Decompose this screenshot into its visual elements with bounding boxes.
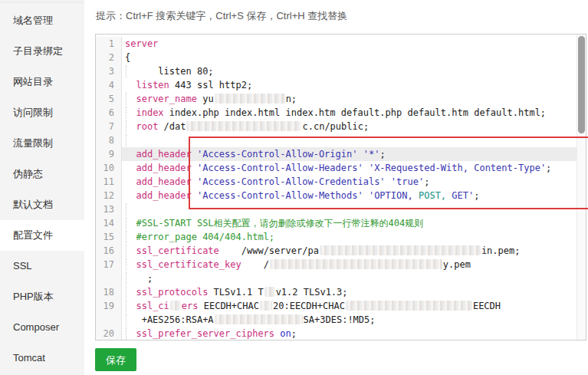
sidebar-item-流量限制[interactable]: 流量限制 — [0, 128, 84, 159]
indent-guide — [126, 245, 126, 257]
config-code-editor[interactable]: 1server2{3 listen 80;4 listen 443 ssl ht… — [95, 34, 586, 340]
redacted-blur — [270, 259, 442, 269]
line-number: 11 — [96, 175, 122, 189]
indent-guide — [126, 134, 126, 146]
code-text: server — [122, 37, 577, 51]
line-number: 10 — [96, 161, 122, 175]
code-text: ; — [122, 271, 577, 285]
code-line-6[interactable]: 6 index index.php index.html index.htm d… — [96, 106, 577, 120]
code-line-wrap[interactable]: +AES256:RSA+ASA+3DES:!MD5; — [96, 313, 577, 327]
code-text — [122, 202, 577, 216]
code-line-19[interactable]: 19 ssl_ciers EECDH+CHAC20:EECDH+CHACEECD… — [96, 299, 577, 313]
code-text: ssl_protocols TLSv1.1 Tv1.2 TLSv1.3; — [122, 285, 577, 299]
code-line-15[interactable]: 15 #error_page 404/404.html; — [96, 230, 577, 244]
line-number — [96, 271, 122, 285]
code-line-wrap[interactable]: ; — [96, 271, 577, 285]
code-line-12[interactable]: 12 add_header 'Access-Control-Allow-Meth… — [96, 189, 577, 202]
sidebar-item-网站目录[interactable]: 网站目录 — [0, 67, 84, 97]
code-text: ssl_certificate_key /y.pem — [122, 258, 577, 271]
code-line-10[interactable]: 10 add_header 'Access-Control-Allow-Head… — [96, 161, 577, 175]
redacted-blur — [260, 301, 272, 311]
code-text: ssl_prefer_server_ciphers on; — [122, 327, 577, 340]
code-line-7[interactable]: 7 root /datc.cn/public; — [96, 120, 577, 133]
code-text: { — [122, 51, 577, 64]
redacted-blur — [346, 301, 472, 311]
code-text: +AES256:RSA+ASA+3DES:!MD5; — [122, 313, 577, 327]
sidebar-item-默认文档[interactable]: 默认文档 — [0, 189, 84, 220]
line-number: 13 — [96, 202, 122, 216]
line-number: 12 — [96, 189, 122, 202]
code-text: ssl_ciers EECDH+CHAC20:EECDH+CHACEECDH — [122, 299, 577, 313]
line-number: 16 — [96, 244, 122, 258]
indent-guide — [126, 120, 126, 133]
sidebar-item-Composer[interactable]: Composer — [0, 312, 84, 343]
sidebar-item-访问限制[interactable]: 访问限制 — [0, 97, 84, 128]
sidebar-item-伪静态[interactable]: 伪静态 — [0, 159, 84, 189]
code-line-18[interactable]: 18 ssl_protocols TLSv1.1 Tv1.2 TLSv1.3; — [96, 285, 577, 299]
code-text: index index.php index.html index.htm def… — [122, 106, 577, 120]
code-text: #SSL-START SSL相关配置，请勿删除或修改下一行带注释的404规则 — [122, 216, 577, 230]
line-number: 9 — [96, 147, 122, 161]
indent-guide — [126, 272, 126, 285]
code-line-8[interactable]: 8 — [96, 133, 577, 147]
code-line-2[interactable]: 2{ — [96, 51, 577, 64]
line-number: 6 — [96, 106, 122, 120]
sidebar-item-Tomcat[interactable]: Tomcat — [0, 343, 84, 373]
site-settings-sidebar: 域名管理子目录绑定网站目录访问限制流量限制伪静态默认文档配置文件SSLPHP版本… — [0, 3, 84, 375]
code-line-20[interactable]: 20 ssl_prefer_server_ciphers on; — [96, 327, 577, 340]
indent-guide — [126, 314, 126, 326]
line-number: 20 — [96, 327, 122, 340]
line-number: 14 — [96, 216, 122, 230]
line-number: 18 — [96, 285, 122, 299]
code-line-16[interactable]: 16 ssl_certificate /www/server/pain.pem; — [96, 244, 577, 258]
sidebar-item-配置文件[interactable]: 配置文件 — [0, 220, 84, 251]
redacted-blur — [215, 314, 303, 324]
line-number: 4 — [96, 78, 122, 92]
editor-scrollbar-thumb[interactable] — [578, 36, 585, 133]
indent-guide — [126, 65, 126, 77]
line-number: 15 — [96, 230, 122, 244]
code-text: server_name yun; — [122, 92, 577, 106]
code-line-17[interactable]: 17 ssl_certificate_key /y.pem — [96, 258, 577, 271]
indent-guide — [126, 300, 126, 312]
code-text: add_header 'Access-Control-Allow-Methods… — [122, 189, 577, 202]
code-line-9[interactable]: 9 add_header 'Access-Control-Allow-Origi… — [96, 147, 577, 161]
indent-guide — [126, 203, 126, 215]
code-text: add_header 'Access-Control-Allow-Credent… — [122, 175, 577, 189]
code-line-11[interactable]: 11 add_header 'Access-Control-Allow-Cred… — [96, 175, 577, 189]
redacted-blur — [170, 301, 181, 311]
sidebar-item-子目录绑定[interactable]: 子目录绑定 — [0, 36, 84, 67]
code-area[interactable]: 1server2{3 listen 80;4 listen 443 ssl ht… — [96, 35, 577, 340]
redacted-blur — [320, 245, 481, 255]
line-number: 8 — [96, 133, 122, 147]
editor-shortcut-hint: 提示：Ctrl+F 搜索关键字，Ctrl+S 保存，Ctrl+H 查找替换 — [96, 9, 347, 23]
main-panel: 提示：Ctrl+F 搜索关键字，Ctrl+S 保存，Ctrl+H 查找替换 1s… — [84, 0, 588, 375]
code-line-3[interactable]: 3 listen 80; — [96, 64, 577, 78]
code-line-5[interactable]: 5 server_name yun; — [96, 92, 577, 106]
line-number: 5 — [96, 92, 122, 106]
code-text: ssl_certificate /www/server/pain.pem; — [122, 244, 577, 258]
editor-scrollbar-track[interactable] — [577, 35, 586, 340]
code-text: #error_page 404/404.html; — [122, 230, 577, 244]
code-text: add_header 'Access-Control-Allow-Headers… — [122, 161, 577, 175]
line-number: 2 — [96, 51, 122, 64]
redacted-blur — [186, 121, 301, 131]
sidebar-item-域名管理[interactable]: 域名管理 — [0, 5, 84, 36]
sidebar-item-SSL[interactable]: SSL — [0, 251, 84, 281]
code-text: listen 80; — [122, 64, 577, 78]
code-text: listen 443 ssl http2; — [122, 78, 577, 92]
sidebar-item-PHP版本[interactable]: PHP版本 — [0, 281, 84, 312]
line-number: 3 — [96, 64, 122, 78]
code-line-4[interactable]: 4 listen 443 ssl http2; — [96, 78, 577, 92]
code-line-1[interactable]: 1server — [96, 37, 577, 51]
indent-guide — [126, 231, 126, 243]
line-number — [96, 313, 122, 327]
code-line-13[interactable]: 13 — [96, 202, 577, 216]
redacted-blur — [215, 94, 285, 104]
indent-guide — [126, 93, 126, 105]
save-button[interactable]: 保存 — [95, 348, 136, 371]
code-line-14[interactable]: 14 #SSL-START SSL相关配置，请勿删除或修改下一行带注释的404规… — [96, 216, 577, 230]
indent-guide — [126, 217, 126, 229]
redacted-blur — [264, 287, 275, 297]
line-number: 1 — [96, 37, 122, 51]
